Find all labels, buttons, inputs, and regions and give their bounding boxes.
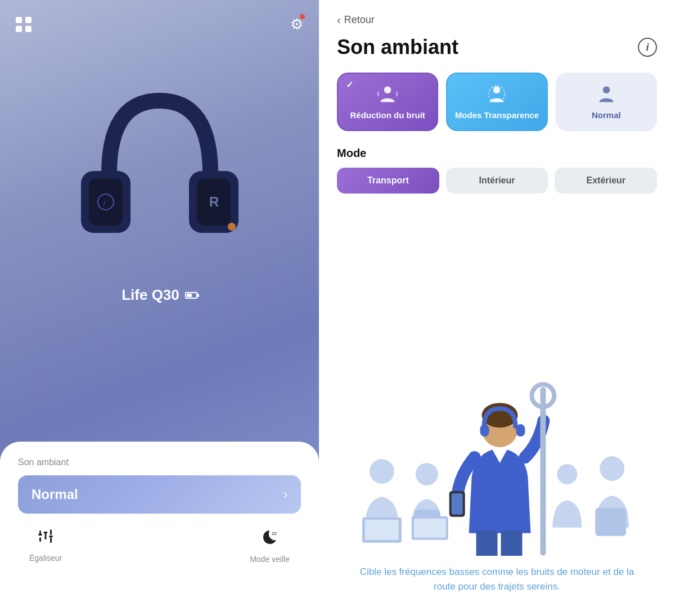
svg-rect-12 (50, 537, 52, 543)
svg-point-21 (370, 459, 394, 484)
svg-rect-34 (480, 424, 489, 437)
illustration-svg (337, 365, 657, 556)
sleep-mode-action[interactable]: zz Mode veille (250, 527, 290, 564)
mode-section-label: Mode (337, 147, 657, 160)
notification-dot (300, 14, 305, 19)
normal-btn-text: Normal (32, 487, 78, 502)
mode-card-transparence[interactable]: Modes Transparence (446, 73, 547, 131)
svg-rect-28 (414, 519, 446, 538)
svg-text:♪: ♪ (102, 198, 106, 206)
svg-rect-13 (38, 534, 42, 536)
svg-rect-14 (44, 532, 48, 533)
page-title: Son ambiant (337, 35, 458, 59)
svg-point-18 (493, 87, 501, 94)
normal-button[interactable]: Normal › (18, 475, 301, 514)
page-header: Son ambiant i (337, 35, 657, 59)
headphone-image: R ♪ (53, 56, 267, 269)
back-chevron-icon: ‹ (337, 14, 341, 26)
svg-rect-41 (501, 530, 522, 556)
sleep-icon: zz (260, 527, 280, 550)
left-panel: ⚙ R ♪ Life Q30 (0, 0, 319, 616)
svg-text:zz: zz (272, 530, 277, 536)
svg-rect-9 (39, 537, 41, 542)
svg-point-25 (416, 463, 438, 485)
mode-card-reduction[interactable]: ✓ Réduction du bruit (337, 73, 438, 131)
right-panel: ‹ Retour Son ambiant i ✓ Réduction du br… (319, 0, 675, 616)
svg-point-29 (600, 456, 624, 481)
svg-point-5 (228, 223, 236, 231)
mode-card-reduction-label: Réduction du bruit (350, 110, 425, 121)
back-label: Retour (344, 14, 375, 26)
sub-mode-transport[interactable]: Transport (337, 168, 439, 194)
chevron-right-icon: › (284, 487, 287, 502)
caption-text: Cible les fréquences basses comme les br… (337, 556, 657, 602)
svg-rect-11 (50, 529, 52, 535)
battery-icon (185, 292, 197, 299)
svg-rect-37 (452, 493, 463, 515)
svg-rect-24 (365, 520, 399, 540)
illustration-area: Cible les fréquences basses comme les br… (337, 209, 657, 603)
equalizer-icon (37, 527, 55, 549)
svg-rect-30 (595, 508, 626, 536)
person-icon-normal (596, 84, 616, 104)
mode-card-normal-label: Normal (592, 110, 621, 121)
svg-rect-38 (540, 387, 546, 555)
sub-mode-exterieur[interactable]: Extérieur (555, 168, 657, 194)
mode-card-normal[interactable]: Normal (556, 73, 657, 131)
svg-rect-10 (45, 533, 47, 539)
settings-icon-container[interactable]: ⚙ (290, 16, 303, 33)
sub-mode-cards: Transport Intérieur Extérieur (337, 168, 657, 194)
check-mark-icon: ✓ (346, 79, 353, 90)
mode-card-transparence-label: Modes Transparence (455, 110, 539, 121)
svg-point-31 (557, 464, 577, 484)
device-name: Life Q30 (122, 286, 197, 304)
svg-point-20 (603, 87, 610, 94)
bottom-card: Son ambiant Normal › (0, 442, 319, 616)
headphone-svg: R ♪ (64, 67, 255, 258)
svg-text:R: R (209, 194, 219, 209)
svg-point-17 (384, 87, 392, 94)
mode-cards: ✓ Réduction du bruit Modes Transparence (337, 73, 657, 131)
person-icon-transparence (487, 84, 507, 104)
equalizer-label: Égaliseur (29, 554, 62, 563)
person-icon-reduction (377, 84, 398, 104)
bottom-actions: Égaliseur zz Mode veille (18, 527, 301, 564)
sleep-label: Mode veille (250, 555, 290, 564)
svg-rect-40 (476, 530, 498, 556)
info-icon[interactable]: i (638, 38, 657, 57)
svg-rect-15 (49, 536, 53, 537)
son-ambiant-label: Son ambiant (18, 457, 301, 467)
equalizer-action[interactable]: Égaliseur (29, 527, 62, 564)
sub-mode-interieur[interactable]: Intérieur (446, 168, 548, 194)
back-nav[interactable]: ‹ Retour (337, 14, 657, 26)
grid-icon[interactable] (16, 17, 32, 33)
svg-rect-35 (516, 424, 525, 437)
top-bar: ⚙ (0, 0, 319, 33)
